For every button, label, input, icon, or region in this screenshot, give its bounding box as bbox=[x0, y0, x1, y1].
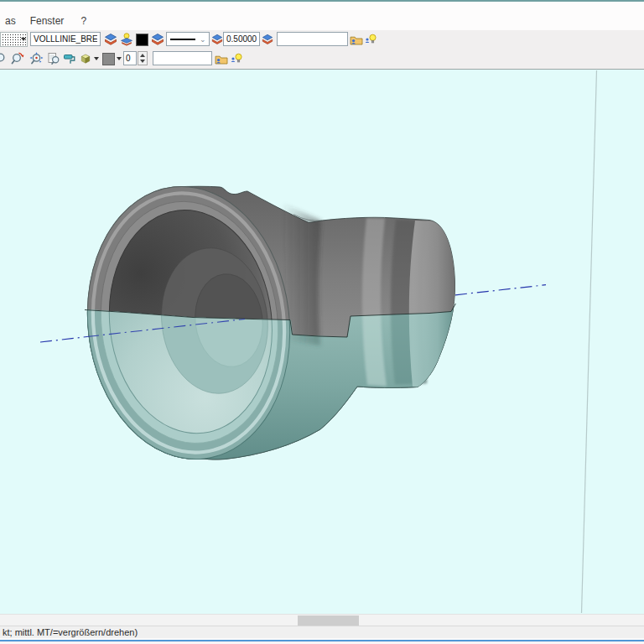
layer-visibility-button[interactable] bbox=[119, 32, 134, 47]
layers-button-3[interactable] bbox=[210, 32, 223, 47]
color-swatch-gray bbox=[102, 53, 115, 65]
layers-icon bbox=[211, 34, 223, 45]
lightbulb-layers-icon bbox=[120, 33, 133, 46]
menu-item-fenster[interactable]: Fenster bbox=[27, 14, 68, 28]
layers-button-2[interactable] bbox=[150, 32, 165, 47]
magnifier-icon bbox=[0, 52, 8, 65]
scrollbar-thumb[interactable] bbox=[298, 615, 359, 626]
menu-item-extras[interactable]: as bbox=[2, 14, 19, 28]
toolbar-attributes: ⌄ bbox=[0, 30, 644, 49]
folder-users-icon bbox=[215, 52, 228, 65]
folder-users-icon bbox=[350, 33, 363, 46]
viewport-canvas[interactable] bbox=[0, 70, 644, 614]
arrow-up-icon bbox=[140, 54, 145, 57]
group-visibility-button[interactable] bbox=[363, 32, 378, 47]
line-width-input[interactable] bbox=[223, 32, 260, 46]
document-magnifier-icon bbox=[47, 52, 60, 65]
zoom-button-partial[interactable] bbox=[0, 51, 8, 66]
pen-color-button[interactable] bbox=[135, 32, 149, 47]
line-type-input[interactable] bbox=[30, 32, 101, 46]
status-bar: kt; mittl. MT/=vergrößern/drehen) bbox=[0, 626, 644, 638]
background-color-button[interactable] bbox=[101, 51, 122, 66]
zoom-redraw-button[interactable] bbox=[9, 51, 26, 66]
group-folder-button[interactable] bbox=[350, 32, 363, 47]
render-repaint-button[interactable] bbox=[62, 51, 76, 66]
layer-number-input[interactable] bbox=[123, 51, 137, 65]
layers-button-4[interactable] bbox=[261, 32, 274, 47]
menu-item-help[interactable]: ? bbox=[77, 14, 90, 28]
lightbulb-users-icon bbox=[230, 52, 243, 65]
line-style-select[interactable]: ⌄ bbox=[166, 32, 210, 46]
menu-bar: as Fenster ? bbox=[0, 2, 644, 30]
paint-roller-icon bbox=[63, 52, 76, 65]
lightbulb-users-icon bbox=[364, 33, 377, 46]
chevron-down-icon: ⌄ bbox=[200, 35, 206, 44]
application-window: as Fenster ? bbox=[0, 0, 644, 644]
cube-icon bbox=[79, 52, 92, 65]
chevron-down-icon bbox=[21, 38, 26, 41]
pan-zoom-button[interactable] bbox=[28, 51, 44, 66]
zoom-window-button[interactable] bbox=[45, 51, 61, 66]
layers-icon bbox=[104, 33, 117, 46]
chevron-down-icon bbox=[94, 57, 99, 60]
layers-button[interactable] bbox=[102, 32, 118, 47]
viewport-3d[interactable] bbox=[0, 70, 644, 614]
magnifier-pan-arrows-icon bbox=[29, 52, 44, 65]
view-visibility-button[interactable] bbox=[229, 51, 244, 66]
horizontal-scrollbar[interactable] bbox=[0, 614, 644, 626]
chevron-down-icon bbox=[117, 57, 122, 60]
view-mode-button[interactable] bbox=[77, 51, 100, 66]
magnifier-refresh-icon bbox=[11, 52, 24, 65]
stepper-up-button[interactable] bbox=[138, 52, 147, 59]
view-name-input[interactable] bbox=[153, 51, 212, 65]
layers-icon bbox=[151, 33, 164, 46]
layers-icon bbox=[262, 34, 273, 45]
status-text: kt; mittl. MT/=vergrößern/drehen) bbox=[0, 627, 138, 637]
arrow-down-icon bbox=[140, 60, 145, 63]
toolbar-view bbox=[0, 49, 644, 70]
view-folder-button[interactable] bbox=[215, 51, 228, 66]
layer-number-stepper bbox=[138, 51, 148, 65]
stepper-down-button[interactable] bbox=[138, 59, 147, 65]
color-swatch-black bbox=[136, 34, 148, 46]
line-style-sample bbox=[170, 39, 195, 40]
group-name-input[interactable] bbox=[277, 32, 348, 46]
hatch-pattern-select[interactable] bbox=[0, 32, 28, 47]
